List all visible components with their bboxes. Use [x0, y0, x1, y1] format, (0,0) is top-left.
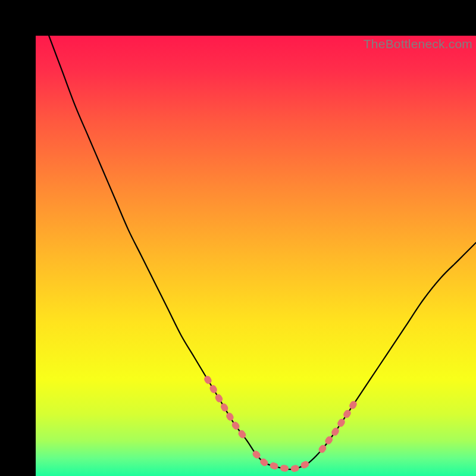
highlight-segment — [208, 379, 248, 441]
plot-area: TheBottleneck.com — [36, 36, 476, 476]
highlight-segment — [322, 399, 357, 450]
chart-frame: TheBottleneck.com — [18, 18, 458, 458]
watermark-text: TheBottleneck.com — [364, 37, 472, 51]
bottleneck-curve — [36, 36, 476, 476]
